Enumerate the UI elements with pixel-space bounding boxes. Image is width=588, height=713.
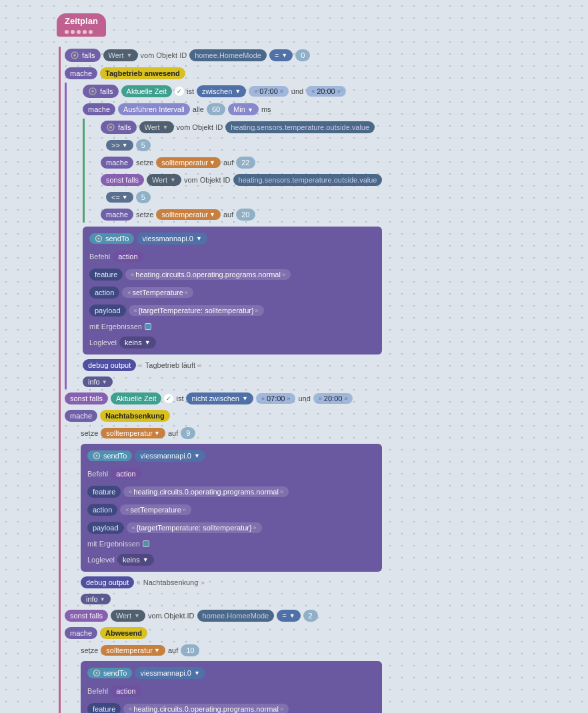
loglevel-nacht: Loglevel keins ▼ — [87, 553, 375, 566]
nicht-zwischen-tag[interactable]: nicht zwischen ▼ — [186, 392, 253, 404]
var-box-2[interactable]: solltemperatur ▼ — [156, 209, 221, 220]
feature-label-ab: feature — [87, 703, 121, 713]
sendto-section-nacht: sendTo viessmannapi.0 ▼ Befehl action fe… — [81, 444, 382, 572]
feature-row-ab: feature «heating.circuits.0.operating.pr… — [87, 702, 375, 713]
eq-tag-ab[interactable]: = ▼ — [277, 610, 300, 622]
wert-tag-1[interactable]: Wert ▼ — [103, 49, 138, 61]
feature-label-nacht: feature — [87, 486, 121, 498]
sendto-section-1: sendTo viessmannapi.0 ▼ Befehl action fe… — [83, 227, 382, 355]
zwischen-tag[interactable]: zwischen ▼ — [197, 85, 246, 97]
auf-text-1: auf — [223, 159, 233, 167]
obj-id-ab: homee.HomeeMode — [197, 610, 275, 622]
svg-point-1 — [73, 54, 76, 57]
val-0: 0 — [295, 49, 310, 61]
loglevel-text-1: Loglevel — [89, 339, 117, 347]
var-box-nacht[interactable]: solltemperatur ▼ — [101, 428, 165, 438]
feature-row-1: feature «heating.circuits.0.operating.pr… — [89, 268, 375, 281]
sendto-tag-1[interactable]: sendTo — [89, 233, 134, 244]
sonst-falls-abwesend-row: sonst falls Wert ▼ vom Objekt ID homee.H… — [65, 609, 382, 622]
sendto-row-ab: sendTo viessmannapi.0 ▼ — [87, 666, 375, 680]
vom-text-3: vom Objekt ID — [184, 176, 231, 184]
action-label-nacht: action — [87, 504, 117, 516]
payload-row-1: payload «{targetTemperature: solltempera… — [89, 304, 375, 317]
befehl-row-ab: Befehl action — [87, 684, 375, 698]
falls-row-1: falls Wert ▼ vom Objekt ID homee.HomeeMo… — [65, 48, 382, 63]
befehl-text-ab: Befehl — [87, 687, 108, 695]
mit-ergebnissen-nacht: mit Ergebnissen — [87, 539, 375, 548]
feature-row-nacht: feature «heating.circuits.0.operating.pr… — [87, 485, 375, 498]
tagbetrieb-label: Tagbetrieb anwesend — [100, 67, 185, 79]
gear-icon-sendto-ab — [93, 669, 101, 677]
mit-ergebnissen-row-1: mit Ergebnissen — [89, 322, 375, 331]
sendto-tag-nacht[interactable]: sendTo — [87, 450, 132, 461]
wert-tag-2[interactable]: Wert ▼ — [139, 121, 174, 133]
obj-id-1: homee.HomeeMode — [189, 49, 267, 61]
debug-label-nacht: debug output — [81, 576, 134, 588]
keins-tag-nacht[interactable]: keins ▼ — [117, 554, 154, 566]
time-box-1: «07:00» — [249, 86, 289, 97]
loglevel-text-nacht: Loglevel — [87, 556, 115, 564]
svg-point-9 — [96, 455, 98, 457]
svg-point-7 — [98, 238, 100, 240]
sendto-section-abwesend: sendTo viessmannapi.0 ▼ Befehl action fe… — [81, 661, 382, 713]
viessmann-tag-nacht[interactable]: viessmannapi.0 ▼ — [135, 450, 205, 462]
sonst-falls-label-1: sonst falls — [101, 174, 144, 186]
sendto-tag-ab[interactable]: sendTo — [87, 668, 132, 678]
mache-setze-2: mache setze solltemperatur ▼ auf 20 — [101, 208, 382, 221]
sendto-row-nacht: sendTo viessmannapi.0 ▼ — [87, 449, 375, 462]
var-box-ab[interactable]: solltemperatur ▼ — [101, 645, 165, 656]
time-box-nacht-1: «07:00» — [256, 393, 296, 404]
checkbox-1[interactable] — [145, 323, 151, 330]
setze-text-nacht: setze — [81, 429, 98, 437]
obj-heat-1: heating.sensors.temperature.outside.valu… — [225, 121, 375, 133]
ist-text-2: ist — [176, 394, 183, 402]
info-select-nacht[interactable]: info ▼ — [81, 594, 111, 604]
action-tag-nacht: action — [111, 468, 141, 480]
check-icon-2: ✓ — [164, 394, 173, 403]
mache-label-4: mache — [101, 209, 133, 221]
eq-tag-1[interactable]: = ▼ — [269, 49, 293, 61]
svg-point-11 — [96, 672, 98, 674]
mache-label-nacht: mache — [65, 410, 97, 422]
und-text-1: und — [291, 87, 303, 95]
auf-text-2: auf — [223, 211, 233, 219]
wert-tag-3[interactable]: Wert ▼ — [147, 174, 181, 186]
viessmann-tag-ab[interactable]: viessmannapi.0 ▼ — [135, 667, 205, 679]
info-row-tagbetrieb: info ▼ — [83, 376, 382, 388]
var-box-1[interactable]: solltemperatur ▼ — [156, 157, 221, 168]
zeitplan-label[interactable]: Zeitplan — [57, 13, 106, 29]
setze-text-2: setze — [136, 211, 153, 219]
debug-text-nacht: Nachtabsenkung — [143, 578, 199, 586]
falls-wert-1: falls Wert ▼ vom Objekt ID heating.senso… — [101, 120, 382, 135]
op-box-gg[interactable]: >> ▼ — [106, 140, 133, 151]
nacht-inner: setze solltemperatur ▼ auf 9 sendTo vies… — [65, 425, 382, 606]
gear-icon-1 — [70, 51, 79, 60]
viessmann-tag-1[interactable]: viessmannapi.0 ▼ — [137, 233, 207, 245]
time-box-2: «20:00» — [306, 86, 346, 97]
aktuelle-zeit-tag: Aktuelle Zeit — [121, 85, 173, 97]
tagbetrieb-inner: falls Aktuelle Zeit ✓ ist zwischen ▼ «07… — [65, 83, 382, 389]
und-text-2: und — [298, 394, 310, 402]
vom-text-ab: vom Objekt ID — [148, 612, 195, 620]
action-val2-1: «setTemperature» — [122, 287, 193, 298]
debug-text-1: Tagbetrieb läuft — [145, 361, 195, 369]
befehl-row-nacht: Befehl action — [87, 467, 375, 480]
feature-label-1: feature — [89, 269, 123, 281]
checkbox-nacht[interactable] — [143, 540, 149, 547]
falls-label-3: falls — [101, 121, 137, 134]
action-row-1: action «setTemperature» — [89, 286, 375, 299]
sendto-row-1: sendTo viessmannapi.0 ▼ — [89, 232, 375, 245]
num-5-1: 5 — [136, 139, 151, 151]
sonst-falls-label-2: sonst falls — [65, 392, 108, 404]
check-icon-1: ✓ — [175, 87, 184, 96]
num-5-2: 5 — [136, 191, 151, 203]
feature-val-ab: «heating.circuits.0.operating.programs.n… — [123, 704, 289, 713]
op-box-le[interactable]: <= ▼ — [106, 192, 133, 203]
keins-tag-1[interactable]: keins ▼ — [119, 337, 156, 349]
nacht-setze-row: setze solltemperatur ▼ auf 9 — [81, 426, 382, 440]
min-box[interactable]: Min ▼ — [228, 103, 259, 115]
info-select-1[interactable]: info ▼ — [83, 376, 113, 387]
mache-nacht: mache Nachtabsenkung — [65, 409, 382, 422]
wert-tag-ab[interactable]: Wert ▼ — [111, 610, 145, 622]
gear-icon-3 — [106, 123, 115, 132]
